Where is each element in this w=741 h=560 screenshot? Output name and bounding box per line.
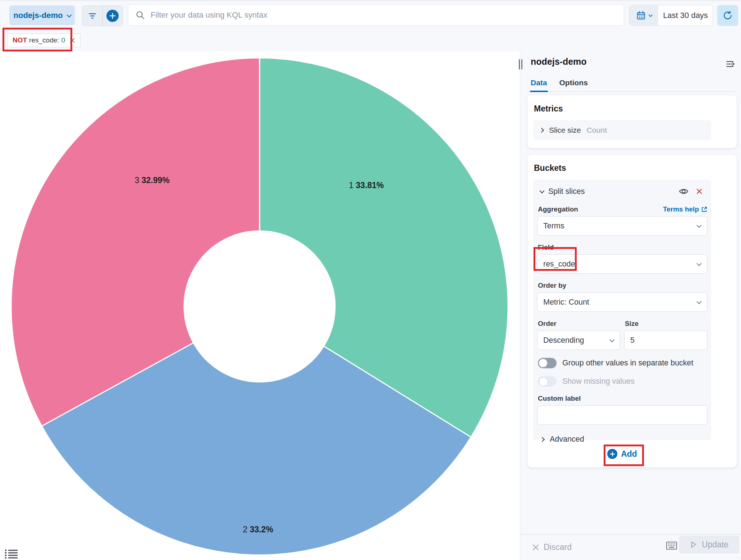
close-icon	[69, 37, 75, 43]
collapse-panel-button[interactable]	[724, 58, 737, 70]
time-picker-group: Last 30 days	[629, 5, 713, 26]
update-button[interactable]: Update	[679, 536, 739, 554]
panel-title: nodejs-demo	[531, 56, 587, 67]
slice-size-value: Count	[587, 126, 607, 135]
play-icon	[690, 541, 697, 548]
split-slices-row[interactable]: Split slices	[537, 185, 707, 197]
window-top-edge	[0, 0, 741, 1]
aggregation-label: Aggregation	[538, 205, 578, 213]
split-slices-label: Split slices	[548, 187, 585, 196]
slice-label-2: 2 33.2%	[243, 524, 273, 534]
slice-label-3: 3 32.99%	[135, 175, 170, 185]
aggregation-select[interactable]: Terms	[537, 216, 707, 236]
kql-search-bar	[128, 4, 624, 26]
filter-pill-remove-button[interactable]	[69, 37, 75, 43]
chevron-down-icon	[539, 188, 544, 194]
size-input[interactable]: 5	[624, 331, 707, 350]
time-range-label: Last 30 days	[663, 11, 708, 20]
chevron-down-icon	[649, 13, 653, 17]
panel-tabs: Data Options	[527, 74, 736, 92]
chevron-right-icon	[540, 437, 545, 442]
index-pattern-dropdown[interactable]: nodejs-demo	[9, 5, 75, 25]
terms-help-link[interactable]: Terms help	[663, 205, 707, 213]
filter-icon	[88, 13, 97, 19]
close-icon	[532, 544, 539, 551]
eye-icon	[679, 187, 689, 195]
order-by-select[interactable]: Metric: Count	[537, 292, 707, 312]
group-other-values-row: Group other values in separate bucket	[538, 358, 707, 368]
slice-size-row[interactable]: Slice size Count	[533, 120, 711, 140]
group-other-values-toggle[interactable]	[538, 358, 557, 368]
show-missing-values-toggle[interactable]	[538, 376, 557, 387]
visualization-editor-panel: nodejs-demo Data Options Metrics Slice s…	[520, 51, 741, 560]
time-range-button[interactable]: Last 30 days	[658, 5, 713, 26]
order-label: Order	[538, 320, 557, 328]
order-select[interactable]: Descending	[537, 331, 620, 350]
external-link-icon	[701, 206, 707, 213]
filter-controls-group	[82, 5, 123, 26]
refresh-button[interactable]	[717, 5, 738, 26]
add-bucket-button[interactable]: Add	[602, 445, 642, 463]
filter-pill-operator: NOT	[13, 36, 27, 44]
filter-options-button[interactable]	[82, 6, 102, 26]
index-pattern-label: nodejs-demo	[14, 11, 63, 20]
chevron-down-icon	[67, 12, 72, 17]
metrics-card: Metrics Slice size Count	[527, 95, 737, 148]
order-by-label: Order by	[538, 282, 566, 290]
tab-data[interactable]: Data	[531, 74, 547, 91]
refresh-icon	[722, 10, 733, 21]
field-label: Field	[538, 243, 554, 251]
split-slices-bucket: Split slices Aggreg	[533, 179, 711, 440]
keyboard-shortcut-button[interactable]	[665, 540, 678, 551]
chevron-down-icon	[696, 261, 701, 266]
slice-size-label: Slice size	[549, 126, 581, 135]
close-icon	[696, 188, 703, 195]
panel-resize-handle[interactable]	[519, 59, 524, 69]
group-other-values-label: Group other values in separate bucket	[562, 359, 694, 368]
field-select[interactable]: res_code	[537, 254, 707, 274]
advanced-expander[interactable]: Advanced	[540, 435, 707, 444]
menu-right-icon	[726, 60, 736, 68]
chevron-down-icon	[696, 299, 701, 304]
donut-chart	[0, 51, 520, 560]
filter-pill-field: res_code:	[29, 36, 59, 44]
keyboard-icon	[666, 541, 677, 550]
chevron-right-icon	[539, 128, 544, 133]
kql-search-input[interactable]	[151, 10, 617, 20]
legend-toggle-button[interactable]	[5, 549, 19, 560]
panel-footer: Discard Update	[520, 534, 741, 560]
size-label: Size	[625, 320, 639, 328]
buckets-heading: Buckets	[534, 163, 711, 173]
chevron-down-icon	[696, 223, 701, 228]
pie-chart-canvas: 1 33.81%2 33.2%3 32.99%	[0, 51, 520, 560]
buckets-card: Buckets Split slices	[527, 155, 737, 468]
slice-label-1: 1 33.81%	[349, 181, 384, 190]
custom-label-input[interactable]	[537, 405, 707, 425]
plus-circle-icon	[607, 449, 617, 459]
aggregation-label-row: Aggregation Terms help	[538, 205, 707, 213]
calendar-icon	[636, 11, 646, 20]
discard-button[interactable]: Discard	[532, 542, 572, 552]
filter-pill[interactable]: NOT res_code: 0	[7, 33, 81, 47]
metrics-heading: Metrics	[534, 104, 711, 114]
date-picker-button[interactable]	[630, 5, 658, 26]
tab-options[interactable]: Options	[559, 74, 588, 91]
panel-header: nodejs-demo	[520, 51, 741, 74]
kibana-visualize-editor: nodejs-demo	[0, 0, 741, 560]
chevron-down-icon	[609, 337, 614, 342]
filter-pill-value: 0	[61, 36, 65, 44]
pie-slice-3[interactable]	[11, 58, 260, 426]
show-missing-values-row: Show missing values	[538, 376, 707, 387]
add-filter-button[interactable]	[102, 6, 123, 26]
toggle-visibility-button[interactable]	[678, 186, 689, 197]
show-missing-values-label: Show missing values	[562, 377, 635, 386]
search-icon	[136, 10, 145, 20]
remove-bucket-button[interactable]	[694, 186, 705, 197]
custom-label-label: Custom label	[538, 395, 581, 402]
list-icon	[5, 549, 19, 559]
plus-circle-icon	[106, 10, 119, 22]
advanced-label: Advanced	[550, 435, 584, 444]
